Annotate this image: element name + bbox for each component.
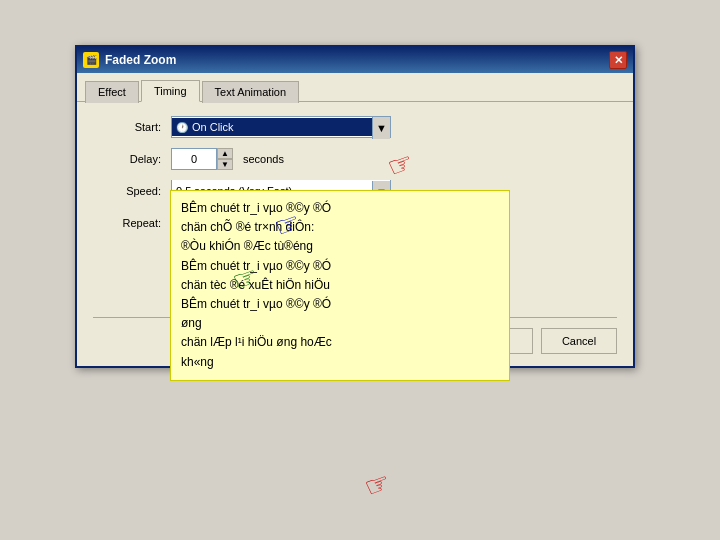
window-title: Faded Zoom bbox=[105, 53, 176, 67]
tab-bar: Effect Timing Text Animation bbox=[77, 73, 633, 102]
repeat-label: Repeat: bbox=[93, 217, 161, 229]
tooltip-line1: BÊm chuét tr_i vµo ®©y ®Ó bbox=[181, 201, 331, 215]
tooltip-line8: chän lÆp l¹i hiÖu øng hoÆc bbox=[181, 335, 332, 349]
tab-timing[interactable]: Timing bbox=[141, 80, 200, 102]
tooltip-line3: ®Òu khiÓn ®Æc tù®éng bbox=[181, 239, 313, 253]
close-button[interactable]: ✕ bbox=[609, 51, 627, 69]
start-row: Start: 🕐 On Click ▼ bbox=[93, 116, 617, 138]
delay-decrement-button[interactable]: ▼ bbox=[217, 159, 233, 170]
start-control: 🕐 On Click ▼ bbox=[171, 116, 617, 138]
tab-effect[interactable]: Effect bbox=[85, 81, 139, 103]
start-dropdown-arrow[interactable]: ▼ bbox=[372, 117, 390, 139]
delay-unit-label: seconds bbox=[243, 153, 284, 165]
start-dropdown[interactable]: 🕐 On Click ▼ bbox=[171, 116, 391, 138]
delay-increment-button[interactable]: ▲ bbox=[217, 148, 233, 159]
delay-label: Delay: bbox=[93, 153, 161, 165]
tab-text-animation[interactable]: Text Animation bbox=[202, 81, 300, 103]
start-dropdown-value: 🕐 On Click bbox=[172, 118, 390, 136]
tooltip-overlay: BÊm chuét tr_i vµo ®©y ®Ó chän chÕ ®é tr… bbox=[170, 190, 510, 381]
title-bar: 🎬 Faded Zoom ✕ bbox=[77, 47, 633, 73]
tooltip-line9: kh«ng bbox=[181, 355, 214, 369]
delay-spinner: ▲ ▼ bbox=[171, 148, 233, 170]
delay-row: Delay: ▲ ▼ seconds bbox=[93, 148, 617, 170]
cancel-button[interactable]: Cancel bbox=[541, 328, 617, 354]
title-bar-content: 🎬 Faded Zoom bbox=[83, 52, 176, 68]
speed-label: Speed: bbox=[93, 185, 161, 197]
window-icon: 🎬 bbox=[83, 52, 99, 68]
start-label: Start: bbox=[93, 121, 161, 133]
delay-spinner-buttons: ▲ ▼ bbox=[217, 148, 233, 170]
tooltip-line6: BÊm chuét tr_i vµo ®©y ®Ó bbox=[181, 297, 331, 311]
tooltip-line7: øng bbox=[181, 316, 202, 330]
delay-input[interactable] bbox=[171, 148, 217, 170]
